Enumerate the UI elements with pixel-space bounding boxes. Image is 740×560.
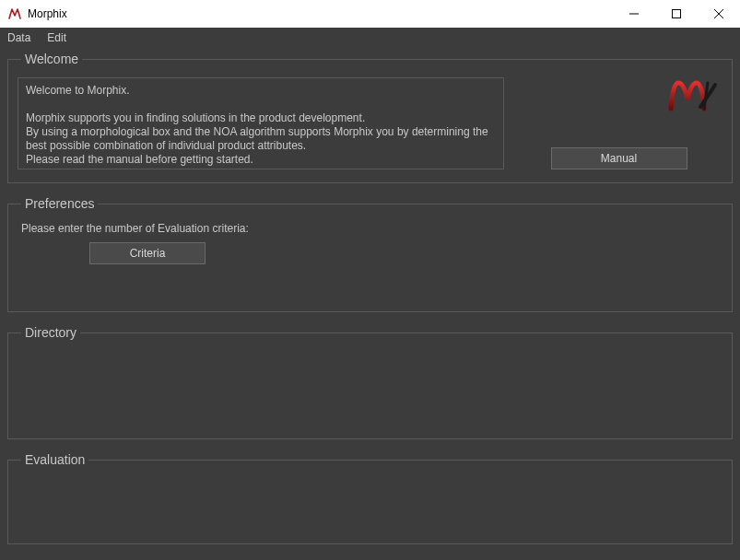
directory-legend: Directory: [21, 325, 80, 340]
criteria-button-label: Criteria: [130, 247, 166, 260]
welcome-legend: Welcome: [21, 52, 82, 66]
welcome-line1: Welcome to Morphix.: [26, 84, 496, 98]
welcome-line2: Morphix supports you in finding solution…: [26, 111, 496, 125]
manual-button[interactable]: Manual: [551, 147, 687, 169]
evaluation-legend: Evaluation: [21, 452, 88, 467]
welcome-text: Welcome to Morphix. Morphix supports you…: [18, 77, 504, 169]
window-title: Morphix: [28, 7, 613, 20]
manual-button-label: Manual: [601, 152, 637, 165]
close-button[interactable]: [698, 0, 740, 28]
window-controls: [613, 0, 740, 28]
menu-bar: Data Edit: [0, 28, 740, 48]
preferences-legend: Preferences: [21, 196, 98, 211]
evaluation-group: Evaluation: [7, 452, 733, 544]
svg-rect-1: [673, 10, 681, 18]
minimize-button[interactable]: [613, 0, 655, 28]
menu-edit[interactable]: Edit: [47, 31, 66, 44]
logo-icon: [667, 76, 719, 114]
preferences-group: Preferences Please enter the number of E…: [7, 196, 733, 312]
directory-group: Directory: [7, 325, 733, 439]
window-titlebar: Morphix: [0, 0, 740, 28]
preferences-prompt: Please enter the number of Evaluation cr…: [21, 222, 722, 235]
welcome-line3: By using a morphological box and the NOA…: [26, 125, 496, 153]
menu-data[interactable]: Data: [7, 31, 30, 44]
criteria-button[interactable]: Criteria: [89, 242, 206, 264]
content: Welcome Welcome to Morphix. Morphix supp…: [0, 48, 740, 560]
welcome-group: Welcome Welcome to Morphix. Morphix supp…: [7, 52, 733, 183]
welcome-line4: Please read the manual before getting st…: [26, 153, 496, 167]
client-area: Data Edit Welcome Welcome to Morphix. Mo…: [0, 28, 740, 560]
app-icon: [7, 6, 22, 21]
maximize-button[interactable]: [655, 0, 698, 28]
